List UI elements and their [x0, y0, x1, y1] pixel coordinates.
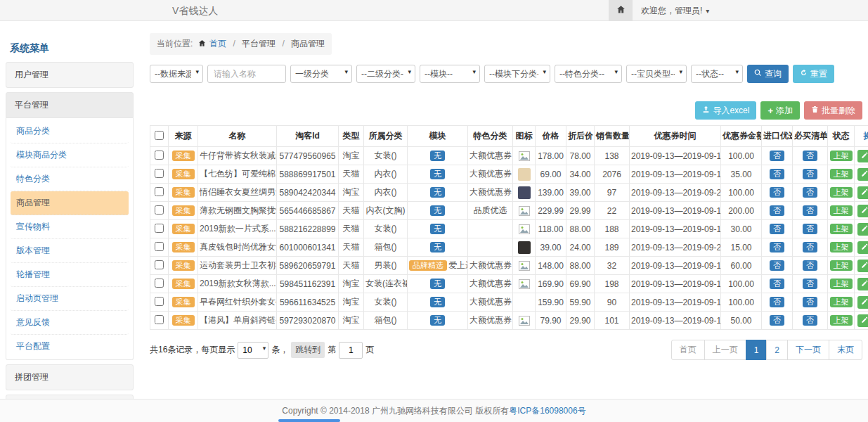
must-buy-toggle-badge[interactable]: 否: [803, 242, 817, 252]
must-buy-toggle-badge[interactable]: 否: [803, 151, 817, 161]
sidebar-subitem-启动页管理[interactable]: 启动页管理: [11, 287, 129, 311]
row-checkbox[interactable]: [155, 151, 164, 160]
sidebar-item-user-management[interactable]: 用户管理: [6, 62, 134, 88]
status-badge[interactable]: 上架: [830, 279, 853, 289]
home-button[interactable]: [609, 0, 633, 21]
edit-button[interactable]: [857, 278, 868, 290]
sidebar-subitem-特色分类[interactable]: 特色分类: [11, 167, 129, 191]
status-badge[interactable]: 上架: [830, 151, 853, 161]
sidebar-item-platform-management[interactable]: 平台管理: [6, 92, 134, 118]
filter-select-2[interactable]: --二级分类--: [356, 65, 415, 83]
search-button[interactable]: 查询: [747, 65, 789, 83]
filter-select-6[interactable]: --宝贝类型--: [626, 65, 687, 83]
must-buy-toggle-badge[interactable]: 否: [803, 260, 817, 271]
status-badge[interactable]: 上架: [830, 297, 853, 307]
page-button-2[interactable]: 2: [766, 340, 788, 360]
per-page-select[interactable]: 10: [238, 342, 268, 359]
edit-button[interactable]: [857, 296, 868, 309]
column-header-必买清单: 必买清单: [793, 126, 828, 147]
status-badge[interactable]: 上架: [830, 224, 853, 234]
must-buy-toggle-badge[interactable]: 否: [803, 205, 817, 216]
page-button-1[interactable]: 1: [746, 340, 767, 360]
must-buy-toggle-badge[interactable]: 否: [803, 187, 817, 198]
page-button-上一页[interactable]: 上一页: [704, 340, 746, 360]
status-badge[interactable]: 上架: [830, 242, 853, 252]
filter-select-7[interactable]: --状态--: [691, 65, 743, 83]
edit-button[interactable]: [857, 168, 868, 181]
status-badge[interactable]: 上架: [830, 315, 853, 326]
filter-select-0[interactable]: --数据来源--: [150, 65, 203, 83]
row-checkbox[interactable]: [155, 260, 164, 269]
row-checkbox[interactable]: [155, 205, 164, 215]
sidebar-subitem-版本管理[interactable]: 版本管理: [11, 239, 129, 263]
edit-button[interactable]: [857, 241, 868, 254]
imported-toggle-badge[interactable]: 否: [770, 297, 784, 307]
must-buy-toggle-badge[interactable]: 否: [803, 315, 817, 326]
imported-toggle-badge[interactable]: 否: [770, 260, 784, 271]
row-checkbox[interactable]: [155, 169, 164, 178]
sidebar-item-拼团管理[interactable]: 拼团管理: [6, 364, 134, 390]
edit-button[interactable]: [857, 223, 868, 236]
row-checkbox[interactable]: [155, 315, 164, 324]
sidebar-subitem-平台配置[interactable]: 平台配置: [11, 335, 129, 358]
row-checkbox[interactable]: [155, 187, 164, 196]
imported-toggle-badge[interactable]: 否: [770, 187, 784, 198]
import-excel-button[interactable]: 导入excel: [695, 101, 756, 120]
row-checkbox-cell: [150, 312, 169, 330]
sidebar-subitem-轮播管理[interactable]: 轮播管理: [11, 263, 129, 287]
filter-select-1[interactable]: 一级分类: [290, 65, 352, 83]
add-button[interactable]: + 添加: [760, 101, 800, 120]
must-buy-toggle-badge[interactable]: 否: [803, 279, 817, 289]
imported-cell: 否: [762, 257, 793, 275]
taoke-id-cell: 588216228899: [277, 220, 339, 238]
edit-button[interactable]: [857, 205, 868, 217]
module-badge: 无: [430, 315, 445, 326]
record-count-text: 共16条记录，每页显示: [150, 344, 235, 356]
page-button-下一页[interactable]: 下一页: [787, 340, 829, 360]
source-badge: 采集: [172, 151, 195, 161]
batch-delete-button[interactable]: 批量删除: [804, 101, 862, 120]
sidebar-subitem-商品管理[interactable]: 商品管理: [11, 191, 129, 215]
select-all-checkbox[interactable]: [155, 131, 164, 140]
status-badge[interactable]: 上架: [830, 187, 853, 198]
row-checkbox[interactable]: [155, 242, 164, 251]
status-badge[interactable]: 上架: [830, 205, 853, 216]
filter-select-3[interactable]: --模块--: [420, 65, 480, 83]
status-badge[interactable]: 上架: [830, 260, 853, 271]
page-number-input[interactable]: [339, 342, 363, 359]
must-buy-toggle-badge[interactable]: 否: [803, 169, 817, 179]
imported-toggle-badge[interactable]: 否: [770, 169, 784, 179]
sales-cell: 97: [595, 184, 630, 202]
row-checkbox[interactable]: [155, 297, 164, 306]
imported-toggle-badge[interactable]: 否: [770, 224, 784, 234]
name-search-input[interactable]: [207, 65, 286, 83]
row-checkbox[interactable]: [155, 279, 164, 288]
must-buy-toggle-badge[interactable]: 否: [803, 297, 817, 307]
page-button-末页[interactable]: 末页: [829, 340, 862, 360]
must-buy-toggle-badge[interactable]: 否: [803, 224, 817, 234]
sidebar-subitem-意见反馈[interactable]: 意见反馈: [11, 311, 129, 335]
imported-toggle-badge[interactable]: 否: [770, 315, 784, 326]
edit-button[interactable]: [857, 260, 868, 272]
sidebar-subitem-商品分类[interactable]: 商品分类: [11, 120, 129, 143]
imported-toggle-badge[interactable]: 否: [770, 151, 784, 161]
reset-button[interactable]: 重置: [793, 65, 834, 83]
filter-select-5[interactable]: --特色分类--: [555, 65, 622, 83]
imported-toggle-badge[interactable]: 否: [770, 242, 784, 252]
horizontal-scrollbar-thumb[interactable]: [278, 419, 340, 422]
sidebar-subitem-宣传物料[interactable]: 宣传物料: [11, 215, 129, 239]
row-checkbox[interactable]: [155, 224, 164, 233]
status-badge[interactable]: 上架: [830, 169, 853, 179]
edit-button[interactable]: [857, 314, 868, 327]
filter-select-4[interactable]: --模块下分类--: [484, 65, 550, 83]
imported-toggle-badge[interactable]: 否: [770, 279, 784, 289]
sidebar-subitem-模块商品分类[interactable]: 模块商品分类: [11, 143, 129, 167]
jump-button[interactable]: 跳转到: [291, 342, 325, 358]
breadcrumb-home-link[interactable]: 首页: [209, 39, 226, 49]
page-button-首页[interactable]: 首页: [671, 340, 705, 360]
user-menu[interactable]: 欢迎您，管理员! ▾: [633, 0, 718, 21]
icp-link[interactable]: 粤ICP备16098006号: [509, 406, 585, 416]
edit-button[interactable]: [857, 186, 868, 199]
imported-toggle-badge[interactable]: 否: [770, 205, 784, 216]
edit-button[interactable]: [857, 150, 868, 162]
